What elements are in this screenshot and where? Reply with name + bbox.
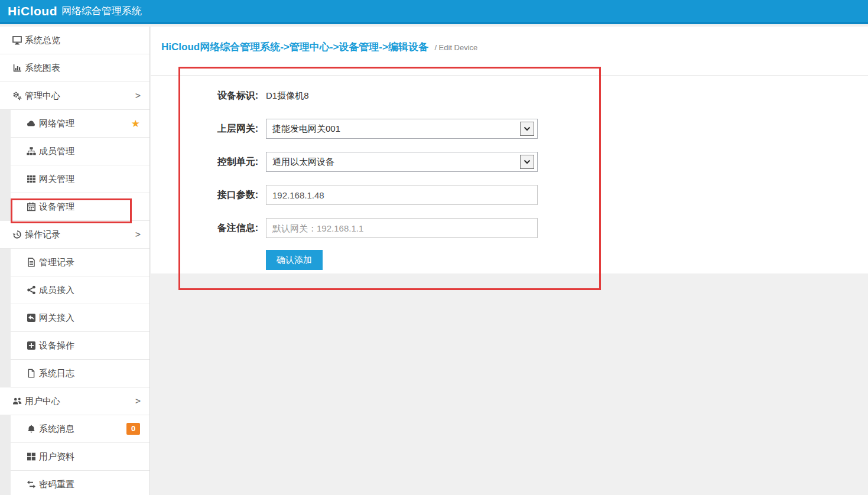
sidebar-item-label: 管理中心 bbox=[25, 90, 60, 102]
sidebar-item-member-access[interactable]: 成员接入 bbox=[11, 276, 149, 304]
form-row-interface-params: 接口参数: bbox=[208, 185, 868, 205]
chevron-right-icon: > bbox=[135, 396, 141, 406]
desktop-icon bbox=[12, 35, 22, 45]
control-unit-selected-value: 通用以太网设备 bbox=[266, 152, 537, 171]
device-id-label: 设备标识: bbox=[208, 90, 258, 102]
sidebar-item-system-overview[interactable]: 系统总览 bbox=[0, 27, 149, 54]
app-window: HiCloud 网络综合管理系统 系统总览 系统图表 管理中心 > 网络管理 ★… bbox=[0, 0, 868, 495]
notification-badge: 0 bbox=[126, 423, 140, 435]
sidebar-item-label: 用户资料 bbox=[39, 451, 74, 463]
control-unit-label: 控制单元: bbox=[208, 156, 258, 168]
sidebar-item-label: 系统日志 bbox=[39, 368, 74, 379]
gears-icon bbox=[12, 91, 22, 101]
calendar-icon bbox=[26, 202, 36, 212]
reply-square-icon bbox=[26, 313, 36, 323]
sidebar-item-user-center[interactable]: 用户中心 > bbox=[0, 387, 149, 415]
sidebar-item-management-records[interactable]: 管理记录 bbox=[11, 249, 149, 276]
sidebar-item-device-management[interactable]: 设备管理 bbox=[11, 193, 149, 221]
favorite-star-icon[interactable]: ★ bbox=[131, 119, 140, 129]
sidebar-item-system-messages[interactable]: 系统消息 0 bbox=[11, 415, 149, 443]
sidebar-item-label: 设备管理 bbox=[39, 201, 74, 213]
form-row-device-id: 设备标识: D1摄像机8 bbox=[208, 86, 868, 106]
form-row-upper-gateway: 上层网关: 捷能发电网关001 bbox=[208, 119, 868, 139]
remark-label: 备注信息: bbox=[208, 222, 258, 235]
breadcrumb-subtitle: / Edit Device bbox=[434, 43, 477, 52]
sidebar-item-label: 系统总览 bbox=[25, 35, 60, 46]
sidebar-item-gateway-access[interactable]: 网关接入 bbox=[11, 304, 149, 332]
exchange-icon bbox=[26, 480, 36, 490]
users-icon bbox=[12, 396, 22, 406]
content-panel: HiCloud网络综合管理系统->管理中心->设备管理->编辑设备 / Edit… bbox=[151, 27, 868, 273]
sidebar-item-system-logs[interactable]: 系统日志 bbox=[11, 360, 149, 387]
edit-device-form: 设备标识: D1摄像机8 上层网关: 捷能发电网关001 控制单元: 通用以太网… bbox=[151, 76, 868, 270]
interface-params-input[interactable] bbox=[266, 185, 538, 205]
sidebar-item-label: 用户中心 bbox=[25, 396, 60, 407]
plus-square-icon bbox=[26, 341, 36, 351]
sidebar-item-device-operation[interactable]: 设备操作 bbox=[11, 332, 149, 360]
remark-input[interactable] bbox=[266, 218, 538, 238]
sidebar-item-member-management[interactable]: 成员管理 bbox=[11, 138, 149, 165]
file-text-icon bbox=[26, 258, 36, 268]
sitemap-icon bbox=[26, 146, 36, 157]
interface-params-label: 接口参数: bbox=[208, 189, 258, 201]
cloud-icon bbox=[26, 119, 36, 129]
sidebar-item-label: 操作记录 bbox=[25, 229, 60, 240]
sidebar-item-label: 密码重置 bbox=[39, 479, 74, 490]
history-icon bbox=[12, 230, 22, 240]
control-unit-select[interactable]: 通用以太网设备 bbox=[266, 152, 538, 172]
form-row-control-unit: 控制单元: 通用以太网设备 bbox=[208, 152, 868, 172]
brand-logo: HiCloud bbox=[8, 4, 57, 18]
sidebar-nav: 系统总览 系统图表 管理中心 > 网络管理 ★ 成员管理 网关管理 设备管理 bbox=[0, 27, 150, 495]
sidebar-item-label: 系统图表 bbox=[25, 63, 60, 74]
sidebar-item-operation-records[interactable]: 操作记录 > bbox=[0, 221, 149, 249]
form-row-remark: 备注信息: bbox=[208, 218, 868, 238]
sidebar-item-label: 网关管理 bbox=[39, 174, 74, 185]
breadcrumb[interactable]: HiCloud网络综合管理系统->管理中心->设备管理->编辑设备 bbox=[161, 41, 428, 53]
sidebar-item-gateway-management[interactable]: 网关管理 bbox=[11, 165, 149, 193]
confirm-add-button[interactable]: 确认添加 bbox=[266, 250, 323, 270]
app-header: HiCloud 网络综合管理系统 bbox=[0, 0, 868, 24]
sidebar-item-label: 成员接入 bbox=[39, 285, 74, 296]
sidebar-item-label: 设备操作 bbox=[39, 340, 74, 351]
sidebar-item-system-charts[interactable]: 系统图表 bbox=[0, 54, 149, 82]
chevron-down-icon[interactable] bbox=[520, 122, 534, 136]
grid-icon bbox=[26, 174, 36, 184]
main-content: HiCloud网络综合管理系统->管理中心->设备管理->编辑设备 / Edit… bbox=[151, 27, 868, 495]
sidebar-item-user-profile[interactable]: 用户资料 bbox=[11, 443, 149, 471]
app-title: 网络综合管理系统 bbox=[61, 4, 142, 18]
bell-icon bbox=[26, 424, 36, 434]
chevron-down-icon[interactable] bbox=[520, 155, 534, 169]
page-header: HiCloud网络综合管理系统->管理中心->设备管理->编辑设备 / Edit… bbox=[151, 27, 868, 76]
device-id-value: D1摄像机8 bbox=[266, 90, 309, 102]
sidebar-item-password-reset[interactable]: 密码重置 bbox=[11, 471, 149, 495]
chevron-right-icon: > bbox=[135, 229, 141, 240]
th-large-icon bbox=[26, 452, 36, 462]
upper-gateway-select[interactable]: 捷能发电网关001 bbox=[266, 119, 538, 139]
sidebar-item-label: 系统消息 bbox=[39, 424, 74, 435]
sidebar-item-label: 管理记录 bbox=[39, 257, 74, 268]
upper-gateway-label: 上层网关: bbox=[208, 123, 258, 135]
share-icon bbox=[26, 285, 36, 295]
sidebar-item-label: 网络管理 bbox=[39, 118, 74, 129]
sidebar-item-network-management[interactable]: 网络管理 ★ bbox=[11, 110, 149, 138]
upper-gateway-selected-value: 捷能发电网关001 bbox=[266, 119, 537, 138]
sidebar-item-management-center[interactable]: 管理中心 > bbox=[0, 82, 149, 110]
sidebar-item-label: 网关接入 bbox=[39, 312, 74, 324]
bar-chart-icon bbox=[12, 63, 22, 73]
chevron-right-icon: > bbox=[135, 90, 141, 101]
sidebar-item-label: 成员管理 bbox=[39, 146, 74, 157]
file-icon bbox=[26, 369, 36, 379]
